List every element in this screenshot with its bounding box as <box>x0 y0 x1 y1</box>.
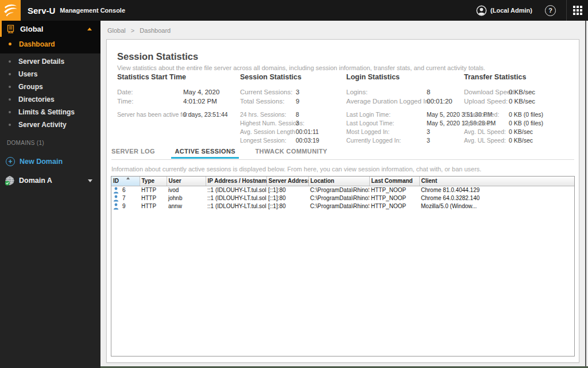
stats-start-time-column: Statistics Start Time Date:May 4, 2020 T… <box>117 73 228 119</box>
sidebar: Global Dashboard Server Details Users Gr… <box>0 21 100 368</box>
session-statistics-panel: Session Statistics View statistics about… <box>106 39 579 363</box>
stat-value: 0 KB/sec <box>509 89 535 95</box>
tab-server-log[interactable]: SERVER LOG <box>111 144 155 158</box>
stat-label: Avg. Session Length <box>240 128 296 136</box>
server-building-icon <box>7 25 14 33</box>
sidebar-item-label: Limits & Settings <box>18 108 75 116</box>
transfer-statistics-column: Transfer Statistics Download Speed:0 KB/… <box>464 73 543 145</box>
sidebar-item-label: Server Details <box>18 57 64 66</box>
stat-label: Most Logged In: <box>346 128 427 136</box>
user-icon <box>476 5 487 16</box>
stat-value: 8 <box>427 89 430 95</box>
breadcrumb: Global > Dashboard <box>107 27 171 34</box>
tab-thwack-community[interactable]: THWACK COMMUNITY <box>255 144 327 158</box>
app-title: Serv-U Management Console <box>28 0 125 21</box>
app-switcher-button[interactable] <box>567 0 588 21</box>
stat-label: Current Sessions: <box>240 87 296 97</box>
column-header-type[interactable]: Type <box>140 177 167 186</box>
plus-icon: + <box>6 157 15 166</box>
session-row[interactable]: 7 HTTP johnb ::1 (IDLOUHY-LT.tul.solar..… <box>111 194 574 202</box>
stat-value: 3 <box>427 128 430 135</box>
chevron-down-icon[interactable] <box>88 179 92 182</box>
stat-value: 00:01:11 <box>296 128 319 135</box>
column-header-user[interactable]: User <box>167 177 206 186</box>
session-user-icon <box>113 203 119 210</box>
stat-label: Avg. UL Speed: <box>464 136 509 145</box>
sidebar-item-domain-a[interactable]: Domain A <box>0 174 100 187</box>
stat-label: Uploaded: <box>464 119 509 128</box>
bullet-icon <box>9 111 11 113</box>
column-header-server-address[interactable]: Server Address <box>266 177 308 186</box>
stats-column-header: Statistics Start Time <box>117 73 228 81</box>
user-label: (Local Admin) <box>490 7 532 14</box>
help-button[interactable]: ? <box>545 5 556 16</box>
help-icon: ? <box>548 7 552 14</box>
stat-label: Last Logout Time: <box>346 119 427 128</box>
serv-u-management-console: Serv-U Management Console (Local Admin) … <box>0 0 588 368</box>
page-subtitle: View statistics about the entire file se… <box>117 64 485 71</box>
column-header-last-command[interactable]: Last Command <box>369 177 419 186</box>
column-header-id[interactable]: ID <box>111 177 140 186</box>
global-label: Global <box>20 25 43 33</box>
session-row[interactable]: 9 HTTP annw ::1 (IDLOUHY-LT.tul.solar...… <box>111 202 574 210</box>
column-header-ip-hostname[interactable]: IP Address / Hostname <box>206 177 266 186</box>
sidebar-item-global[interactable]: Global <box>0 21 100 37</box>
sidebar-item-dashboard[interactable]: Dashboard <box>0 37 100 51</box>
stat-label: Date: <box>117 87 183 97</box>
stat-label: Highest Num. Sessions: <box>240 119 296 128</box>
sidebar-item-server-activity[interactable]: Server Activity <box>0 118 100 131</box>
stat-label: Total Sessions: <box>240 97 296 106</box>
sidebar-item-server-details[interactable]: Server Details <box>0 55 100 68</box>
stat-value: 0 KB (0 files) <box>509 120 543 126</box>
bullet-icon <box>9 86 11 88</box>
bullet-icon <box>9 73 11 75</box>
brand-name: Serv-U <box>28 6 55 16</box>
sidebar-item-label: Directories <box>18 95 55 103</box>
domains-section-label: DOMAINS (1) <box>7 140 100 146</box>
stat-label: Downloaded: <box>464 110 509 119</box>
sidebar-item-limits-settings[interactable]: Limits & Settings <box>0 106 100 118</box>
user-menu[interactable]: (Local Admin) <box>476 5 532 16</box>
stats-column-header: Session Statistics <box>240 73 319 81</box>
column-header-location[interactable]: Location <box>308 177 369 186</box>
sidebar-item-groups[interactable]: Groups <box>0 80 100 93</box>
bullet-icon <box>9 43 11 45</box>
sidebar-item-label: Dashboard <box>19 40 55 48</box>
stat-value: 4:01:02 PM <box>183 98 217 105</box>
tab-bar: SERVER LOG ACTIVE SESSIONS THWACK COMMUN… <box>111 144 574 160</box>
stat-label: Logins: <box>346 87 427 97</box>
stat-label: Last Login Time: <box>346 110 427 119</box>
vertical-scrollbar[interactable] <box>585 21 588 366</box>
stat-value: May 4, 2020 <box>183 89 219 95</box>
stat-label: Upload Speed: <box>464 97 509 106</box>
session-user-icon <box>113 195 119 202</box>
tab-description: Information about currently active sessi… <box>111 166 481 172</box>
solarwinds-logo[interactable] <box>0 0 21 21</box>
domain-name-label: Domain A <box>19 177 52 185</box>
product-name: Management Console <box>60 7 125 14</box>
new-domain-button[interactable]: + New Domain <box>6 157 100 166</box>
stat-value: 8 <box>296 111 299 118</box>
session-row[interactable]: 6 HTTP ivod ::1 (IDLOUHY-LT.tul.solar...… <box>111 186 574 194</box>
stat-value: 3 <box>296 89 299 95</box>
stat-value: 9 <box>296 98 299 105</box>
sidebar-global-section: Global Dashboard <box>0 21 100 53</box>
stat-label: Download Speed: <box>464 87 509 97</box>
page-title: Session Statistics <box>117 51 198 62</box>
stat-label: Average Duration Logged In: <box>346 97 427 106</box>
solarwinds-swirl-icon <box>2 2 19 19</box>
column-header-client[interactable]: Client <box>419 177 574 186</box>
tab-active-sessions[interactable]: ACTIVE SESSIONS <box>175 144 235 158</box>
bullet-icon <box>9 124 11 126</box>
breadcrumb-global[interactable]: Global <box>107 27 126 34</box>
sidebar-item-label: Server Activity <box>18 121 67 129</box>
main-content: Global > Dashboard Session Statistics Vi… <box>100 21 588 368</box>
breadcrumb-dashboard[interactable]: Dashboard <box>140 27 171 34</box>
sidebar-item-users[interactable]: Users <box>0 68 100 80</box>
collapse-arrow-icon[interactable] <box>87 28 92 30</box>
sidebar-item-directories[interactable]: Directories <box>0 93 100 106</box>
stat-value: 0 KB/sec <box>509 98 535 105</box>
stats-column-header: Transfer Statistics <box>464 73 543 81</box>
stat-value: 00:01:20 <box>427 98 452 105</box>
stat-label: Longest Session: <box>240 136 296 145</box>
